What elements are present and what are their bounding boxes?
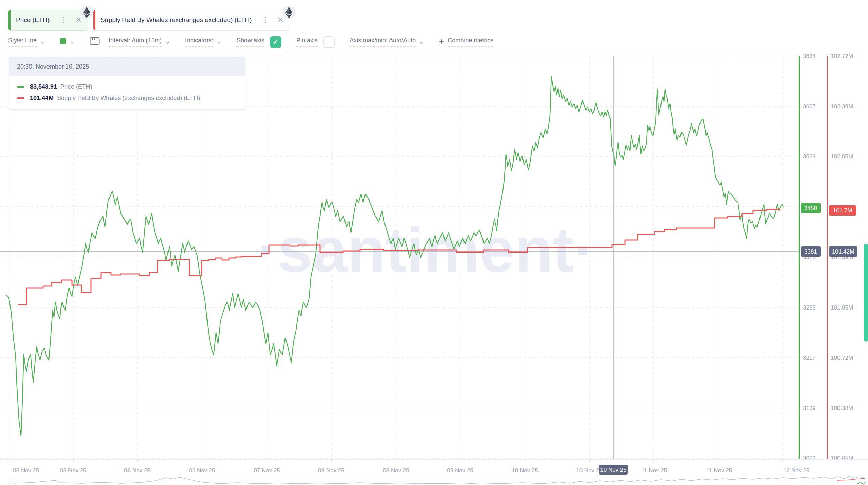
price-tick-label: 3139 <box>803 405 816 411</box>
x-tick-label: 08 Nov 25 <box>383 467 409 474</box>
x-tick-label: 06 Nov 25 <box>124 467 151 474</box>
supply-tick-label: 100.05M <box>831 455 853 462</box>
supply-tick-label: 101.05M <box>831 304 853 311</box>
tooltip-label: Supply Held By Whales (exchanges exclude… <box>57 95 200 102</box>
supply-tick-label: 100.38M <box>831 405 853 411</box>
tooltip-label: Price (ETH) <box>60 83 92 90</box>
x-tick-label: 10 Nov 25 <box>512 467 538 474</box>
x-tick-label: 11 Nov 25 <box>641 467 667 474</box>
x-tick-label: 09 Nov 25 <box>447 467 473 474</box>
price-crosshair-badge-text: 3381 <box>804 248 817 255</box>
tooltip-value: $3,543.91 <box>30 83 57 90</box>
x-tick-label: 05 Nov 25 <box>60 467 86 474</box>
tooltip-row-supply: 101.44M Supply Held By Whales (exchanges… <box>17 92 237 104</box>
x-tick-label: 11 Nov 25 <box>706 467 732 474</box>
supply-last-value-badge-text: 101.7M <box>833 207 852 214</box>
price-tick-label: 3062 <box>803 455 816 462</box>
date-crosshair-badge-text: 10 Nov 25 <box>600 467 627 473</box>
price-tick-label: 3217 <box>803 355 816 361</box>
supply-tick-label: 102.05M <box>831 153 853 160</box>
price-tick-label: 3529 <box>803 153 816 160</box>
x-tick-label: 05 Nov 25 <box>13 467 39 474</box>
tooltip-row-price: $3,543.91 Price (ETH) <box>17 81 237 92</box>
x-tick-label: 06 Nov 25 <box>189 467 215 474</box>
tooltip-timestamp: 20:30, November 10, 2025 <box>9 57 245 76</box>
supply-tick-label: 100.72M <box>831 355 853 361</box>
x-tick-label: 07 Nov 25 <box>254 467 280 474</box>
series-dash-icon <box>17 97 24 99</box>
supply-tick-label: 102.72M <box>831 53 853 59</box>
santiment-chart-app: Price (ETH) ⋮ ✕ Supply Held By Whales (e… <box>0 0 868 485</box>
supply-tick-label: 102.39M <box>831 103 853 110</box>
supply-crosshair-badge-text: 101.42M <box>832 248 854 255</box>
chart-tooltip: 20:30, November 10, 2025 $3,543.91 Price… <box>9 57 245 110</box>
x-tick-label: 10 Nov 25 <box>576 467 603 474</box>
price-tick-label: 3295 <box>803 304 816 311</box>
tooltip-value: 101.44M <box>30 95 54 102</box>
price-tick-label: 3607 <box>803 103 816 110</box>
series-dash-icon <box>17 86 24 88</box>
x-tick-label: 12 Nov 25 <box>783 467 810 474</box>
right-scrollbar-thumb[interactable] <box>864 244 868 342</box>
price-last-value-badge-text: 3450 <box>804 205 817 211</box>
price-tick-label: 3684 <box>803 53 816 59</box>
x-tick-label: 08 Nov 25 <box>318 467 344 474</box>
